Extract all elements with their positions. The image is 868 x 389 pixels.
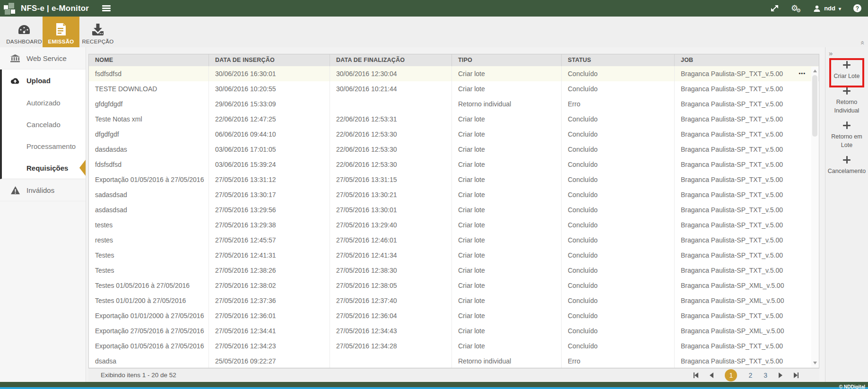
table-cell: 27/05/2016 12:34:41 <box>209 323 330 338</box>
table-cell: dsadsa <box>89 354 209 368</box>
table-cell: 27/05/2016 13:29:56 <box>209 202 330 217</box>
scrollbar-thumb[interactable] <box>812 75 817 137</box>
collapse-panel-icon[interactable]: » <box>829 49 833 57</box>
pager-page-2[interactable]: 2 <box>748 372 752 379</box>
table-header: NOME DATA DE INSERÇÃO DATA DE FINALIZAÇÃ… <box>89 54 819 66</box>
table-cell: 27/05/2016 12:41:34 <box>330 248 452 263</box>
table-row[interactable]: restes27/05/2016 12:45:5727/05/2016 12:4… <box>89 233 819 248</box>
table-cell: Testes <box>89 263 209 278</box>
column-header-data-insercao[interactable]: DATA DE INSERÇÃO <box>209 54 330 66</box>
tab-label: DASHBOARD <box>6 39 42 44</box>
table-row[interactable]: dasdasdas03/06/2016 17:01:0522/06/2016 1… <box>89 142 819 157</box>
table-row[interactable]: Teste Notas xml22/06/2016 12:47:2522/06/… <box>89 112 819 127</box>
table-row[interactable]: Testes 01/01/200 à 27/05/201627/05/2016 … <box>89 293 819 308</box>
table-row[interactable]: Testes 01/05/2016 à 27/05/201627/05/2016… <box>89 278 819 293</box>
top-bar-actions: ⚙ ⚙ ndd ▾ ? <box>771 0 861 17</box>
plus-icon <box>843 156 851 164</box>
table-row[interactable]: Testes27/05/2016 12:38:2627/05/2016 12:3… <box>89 263 819 278</box>
table-cell: 27/05/2016 12:36:04 <box>330 308 452 323</box>
tab-emissao[interactable]: EMISSÃO <box>43 17 79 47</box>
table-cell: Criar lote <box>452 127 562 142</box>
table-cell: Criar lote <box>452 263 562 278</box>
table-cell: 30/06/2016 10:20:55 <box>209 81 330 96</box>
table-cell: Braganca Paulista-SP_TXT_v.5.00 <box>675 248 819 263</box>
retorno-individual-button[interactable]: Retorno Individual <box>825 87 868 115</box>
pager-first-button[interactable] <box>694 372 698 379</box>
table-row[interactable]: fsdfsdfsd30/06/2016 16:30:0130/06/2016 1… <box>89 66 819 81</box>
table-row[interactable]: fdsfsdfsd03/06/2016 15:39:2422/06/2016 1… <box>89 157 819 172</box>
table-cell: restes <box>89 233 209 248</box>
table-row[interactable]: TESTE DOWNLOAD30/06/2016 10:20:5530/06/2… <box>89 81 819 96</box>
table-cell: Erro <box>562 96 675 112</box>
table-cell: 27/05/2016 12:38:05 <box>330 278 452 293</box>
table-cell: dasdasdas <box>89 142 209 157</box>
column-header-data-finalizacao[interactable]: DATA DE FINALIZAÇÃO <box>330 54 452 66</box>
scroll-up-icon[interactable] <box>811 68 818 74</box>
copyright[interactable]: © NDDigital <box>839 384 865 389</box>
table-row[interactable]: dfgdfgdf06/06/2016 09:44:1022/06/2016 12… <box>89 127 819 142</box>
pager-prev-button[interactable] <box>710 372 713 379</box>
scroll-down-icon[interactable] <box>811 360 818 366</box>
sidebar-item-processamento[interactable]: Processamento <box>2 135 86 157</box>
user-icon <box>813 5 821 12</box>
user-menu[interactable]: ndd ▾ <box>813 5 841 12</box>
table-cell: Concluído <box>562 263 675 278</box>
sidebar-item-invalidos[interactable]: Inválidos <box>0 179 86 201</box>
table-cell: Concluído <box>562 248 675 263</box>
plus-icon <box>843 61 851 69</box>
table-cell: Concluído <box>562 112 675 127</box>
table-cell: Concluído <box>562 293 675 308</box>
column-header-status[interactable]: STATUS <box>562 54 675 66</box>
table-cell: 22/06/2016 12:47:25 <box>209 112 330 127</box>
table-cell: Braganca Paulista-SP_XML_v.5.00 <box>675 278 819 293</box>
help-icon[interactable]: ? <box>853 4 861 12</box>
table-cell: 27/05/2016 13:31:12 <box>209 172 330 187</box>
tab-recepcao[interactable]: RECEPÇÃO <box>79 17 116 47</box>
table-cell: Criar lote <box>452 142 562 157</box>
table-row[interactable]: Exportação 01/01/2000 à 27/05/201627/05/… <box>89 308 819 323</box>
settings-icon[interactable]: ⚙ ⚙ <box>791 4 801 13</box>
cancelamento-button[interactable]: Cancelamento <box>825 156 868 175</box>
collapse-toolbar-icon[interactable]: » <box>857 41 865 44</box>
table-row[interactable]: testes27/05/2016 13:29:3827/05/2016 13:2… <box>89 217 819 233</box>
table-row[interactable]: dsadsa25/05/2016 09:22:27Retorno individ… <box>89 354 819 368</box>
table-cell: 30/06/2016 10:21:44 <box>330 81 452 96</box>
table-cell: Criar lote <box>452 217 562 233</box>
pager-last-button[interactable] <box>794 372 799 379</box>
sidebar-item-label: Upload <box>26 77 51 85</box>
sidebar-item-cancelado[interactable]: Cancelado <box>2 113 86 135</box>
table-row[interactable]: Testes27/05/2016 12:41:3127/05/2016 12:4… <box>89 248 819 263</box>
table-cell: Braganca Paulista-SP_TXT_v.5.00 <box>675 187 819 202</box>
table-cell: Braganca Paulista-SP_TXT_v.5.00 <box>675 202 819 217</box>
table-cell: Criar lote <box>452 157 562 172</box>
table-cell: testes <box>89 217 209 233</box>
table-row[interactable]: Exportação 27/05/2016 à 27/05/201627/05/… <box>89 323 819 338</box>
pager-page-3[interactable]: 3 <box>764 372 767 379</box>
table-row[interactable]: gfdgfdgdf29/06/2016 15:33:09Retorno indi… <box>89 96 819 112</box>
table-row[interactable]: asdasdsad27/05/2016 13:29:5627/05/2016 1… <box>89 202 819 217</box>
table-cell: 22/06/2016 12:53:31 <box>330 112 452 127</box>
sidebar-item-web-service[interactable]: Web Service <box>0 47 86 69</box>
table-scrollbar[interactable] <box>811 67 818 367</box>
retorno-em-lote-button[interactable]: Retorno em Lote <box>825 121 868 149</box>
table-cell: Braganca Paulista-SP_TXT_v.5.00 <box>675 217 819 233</box>
sidebar-item-upload[interactable]: Upload <box>2 69 86 92</box>
pager-page-1[interactable]: 1 <box>725 369 737 381</box>
table-cell: 27/05/2016 13:31:15 <box>330 172 452 187</box>
table-cell: 27/05/2016 12:41:31 <box>209 248 330 263</box>
fullscreen-icon[interactable] <box>771 4 779 12</box>
table-cell <box>330 96 452 112</box>
column-header-nome[interactable]: NOME <box>89 54 209 66</box>
table-row[interactable]: sadasdsad27/05/2016 13:30:1727/05/2016 1… <box>89 187 819 202</box>
tab-dashboard[interactable]: DASHBOARD <box>6 17 43 47</box>
row-options-icon[interactable]: ••• <box>799 66 806 80</box>
table-row[interactable]: Exportação 01/05/2016 à 27/05/201627/05/… <box>89 338 819 354</box>
menu-icon[interactable] <box>102 5 111 11</box>
column-header-tipo[interactable]: TIPO <box>452 54 562 66</box>
pager-next-button[interactable] <box>779 372 782 379</box>
sidebar-item-autorizado[interactable]: Autorizado <box>2 92 86 113</box>
criar-lote-button[interactable]: Criar Lote <box>825 61 868 80</box>
column-header-job[interactable]: JOB <box>675 54 819 66</box>
table-row[interactable]: Exportação 01/05/2016 à 27/05/201627/05/… <box>89 172 819 187</box>
sidebar-item-requisicoes[interactable]: Requisições <box>2 157 86 179</box>
